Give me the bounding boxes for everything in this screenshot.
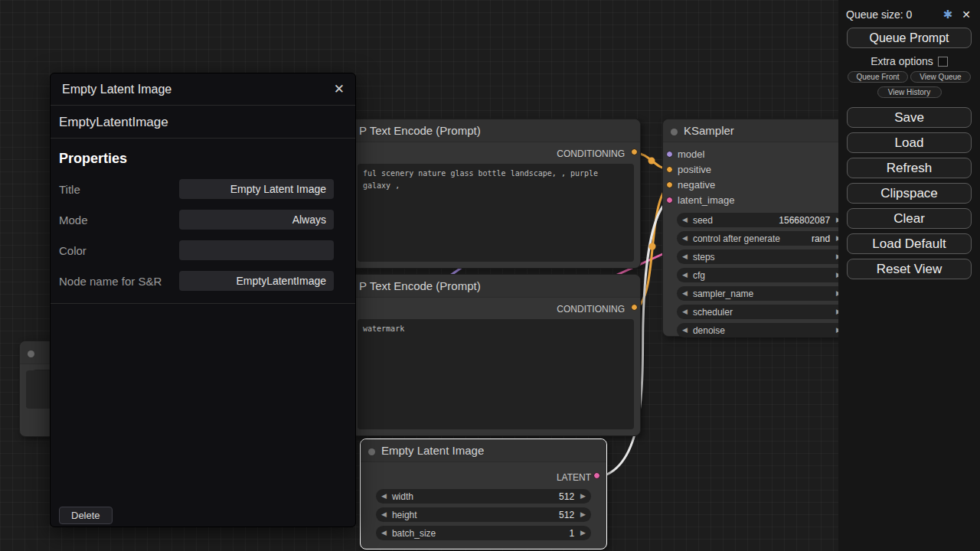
increment-icon[interactable]: ▶ [580, 507, 586, 522]
node-clip-text-encode-positive[interactable]: P Text Encode (Prompt) CONDITIONING ful … [351, 119, 641, 269]
decrement-icon[interactable]: ◀ [682, 305, 688, 319]
dialog-title: Empty Latent Image [62, 83, 334, 96]
close-icon[interactable]: ✕ [962, 8, 971, 21]
node-title[interactable]: P Text Encode (Prompt) [351, 275, 640, 298]
wire-dot[interactable] [648, 158, 655, 165]
color-field[interactable] [179, 240, 334, 260]
refresh-button[interactable]: Refresh [847, 158, 972, 178]
widget-label: scheduler [693, 307, 733, 318]
widget-label: sampler_name [693, 289, 753, 299]
delete-button[interactable]: Delete [59, 507, 113, 524]
widget-label: seed [693, 215, 713, 226]
widget-batch-size[interactable]: ◀ batch_size 1 ▶ [376, 526, 591, 540]
input-label: latent_image [678, 194, 734, 206]
view-queue-button[interactable]: View Queue [910, 71, 971, 83]
decrement-icon[interactable]: ◀ [682, 231, 688, 246]
widget-label: steps [693, 252, 715, 262]
decrement-icon[interactable]: ◀ [381, 526, 387, 540]
mode-field[interactable] [179, 210, 334, 230]
load-button[interactable]: Load [847, 132, 972, 153]
properties-section-title: Properties [51, 139, 355, 174]
wire-dot[interactable] [649, 243, 656, 250]
negative-input-port[interactable] [666, 181, 673, 188]
widget-label: height [392, 510, 417, 520]
close-icon[interactable]: ✕ [334, 81, 345, 97]
extra-options-label: Extra options [871, 55, 933, 67]
node-title-text: Empty Latent Image [381, 444, 484, 457]
settings-gear-icon[interactable]: ✱ [943, 8, 953, 21]
comfyui-menu-panel: Queue size: 0 ✱ ✕ Queue Prompt Extra opt… [838, 0, 980, 551]
widget-sampler-name[interactable]: ◀ sampler_name ▶ [677, 286, 847, 301]
widget-label: batch_size [392, 528, 436, 539]
title-field[interactable] [179, 179, 334, 199]
widget-width[interactable]: ◀ width 512 ▶ [376, 489, 591, 504]
model-input-port[interactable] [666, 151, 673, 158]
queue-front-button[interactable]: Queue Front [848, 71, 908, 83]
increment-icon[interactable]: ▶ [580, 489, 586, 504]
decrement-icon[interactable]: ◀ [682, 286, 688, 301]
node-clip-text-encode-negative[interactable]: P Text Encode (Prompt) CONDITIONING wate… [351, 274, 641, 436]
conditioning-output-port[interactable] [631, 148, 638, 155]
decrement-icon[interactable]: ◀ [381, 507, 387, 522]
property-row-color: Color [51, 235, 355, 266]
view-history-button[interactable]: View History [877, 86, 942, 98]
positive-input-port[interactable] [666, 166, 673, 173]
widget-value: 1566802087 [779, 215, 830, 226]
prompt-text-widget[interactable]: watermark [358, 319, 634, 429]
input-positive: positive [663, 162, 861, 178]
input-model: model [663, 147, 861, 162]
node-title[interactable]: KSampler [663, 119, 861, 142]
property-row-mode: Mode [51, 204, 355, 235]
save-button[interactable]: Save [847, 107, 972, 128]
clear-button[interactable]: Clear [847, 208, 972, 229]
latent-output-port[interactable] [593, 472, 600, 479]
clipspace-button[interactable]: Clipspace [847, 183, 972, 204]
node-name-field[interactable] [179, 271, 334, 291]
divider [51, 303, 355, 304]
queue-size-label: Queue size: 0 [846, 8, 943, 21]
node-type-label: EmptyLatentImage [51, 106, 355, 139]
node-empty-latent-image[interactable]: Empty Latent Image LATENT ◀ width 512 ▶ … [360, 439, 607, 549]
reset-view-button[interactable]: Reset View [847, 259, 972, 279]
widget-steps[interactable]: ◀ steps ▶ [677, 249, 847, 264]
property-label: Node name for S&R [59, 275, 162, 288]
increment-icon[interactable]: ▶ [580, 526, 586, 540]
widget-value: rand [812, 233, 830, 244]
node-collapse-dot-icon[interactable] [671, 129, 678, 135]
widget-denoise[interactable]: ◀ denoise ▶ [677, 323, 847, 337]
input-label: model [678, 148, 704, 160]
latent-input-port[interactable] [666, 197, 673, 204]
node-collapse-dot-icon[interactable] [28, 350, 34, 357]
widget-cfg[interactable]: ◀ cfg ▶ [677, 268, 847, 282]
queue-prompt-button[interactable]: Queue Prompt [847, 28, 972, 48]
output-row: CONDITIONING [351, 298, 640, 315]
widget-value: 512 [559, 491, 574, 502]
property-label: Mode [59, 214, 88, 227]
prompt-text-widget[interactable]: ful scenery nature glass bottle landscap… [358, 164, 634, 262]
output-label: CONDITIONING [557, 148, 625, 159]
input-label: negative [678, 179, 715, 191]
widget-label: denoise [693, 325, 725, 336]
property-label: Title [59, 183, 80, 196]
decrement-icon[interactable]: ◀ [682, 323, 688, 337]
widget-height[interactable]: ◀ height 512 ▶ [376, 507, 591, 522]
widget-scheduler[interactable]: ◀ scheduler ▶ [677, 305, 847, 319]
node-title[interactable]: Empty Latent Image [361, 439, 606, 462]
decrement-icon[interactable]: ◀ [682, 249, 688, 264]
output-row: CONDITIONING [351, 142, 640, 159]
widget-control-after-generate[interactable]: ◀ control after generate rand ▶ [677, 231, 847, 246]
input-label: positive [678, 164, 711, 175]
decrement-icon[interactable]: ◀ [682, 268, 688, 282]
node-title[interactable]: P Text Encode (Prompt) [351, 119, 640, 142]
property-row-node-name: Node name for S&R [51, 266, 355, 296]
conditioning-output-port[interactable] [631, 304, 638, 311]
node-ksampler[interactable]: KSampler model positive negative latent_… [662, 119, 861, 337]
extra-options-checkbox[interactable] [938, 57, 948, 67]
load-default-button[interactable]: Load Default [847, 233, 972, 254]
output-label: LATENT [557, 472, 591, 483]
widget-seed[interactable]: ◀ seed 1566802087 ▶ [677, 213, 847, 227]
output-label: CONDITIONING [557, 304, 625, 315]
node-collapse-dot-icon[interactable] [368, 448, 375, 455]
decrement-icon[interactable]: ◀ [381, 489, 387, 504]
decrement-icon[interactable]: ◀ [682, 213, 688, 227]
